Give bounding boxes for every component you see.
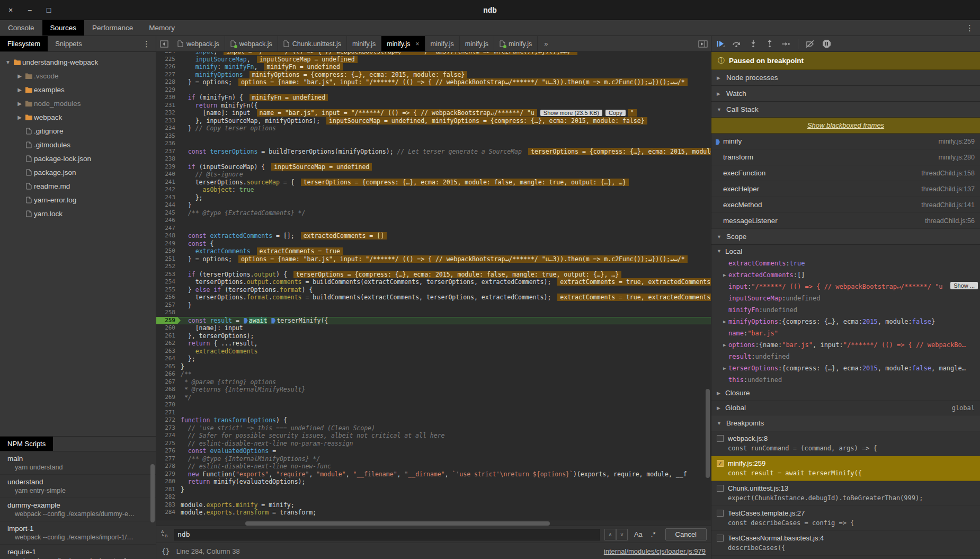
line-number[interactable]: 252 [156,263,181,271]
scope-var-terserOptions[interactable]: ▶terserOptions: {compress: {…}, ecma: 20… [711,362,980,374]
line-number[interactable]: 283 [156,501,181,509]
line-number[interactable]: 260 [156,324,181,332]
code-line-282[interactable]: 282 [156,493,711,501]
code-line-243[interactable]: 243 }; [156,194,711,202]
code-line-264[interactable]: 264 }; [156,355,711,363]
line-number[interactable]: 272 [156,416,181,424]
step-into-button[interactable] [749,39,758,48]
breakpoint-checkbox[interactable] [717,510,724,517]
step-over-button[interactable] [732,39,741,48]
line-number[interactable]: 264 [156,355,181,363]
editor-tab-5-minify-js[interactable]: minify.js [425,36,460,51]
line-number[interactable]: 230 [156,94,181,102]
code-line-225[interactable]: 225 inputSourceMap,inputSourceMap = unde… [156,56,711,64]
tree-item-package-lock-json[interactable]: package-lock.json [0,152,156,165]
code-line-280[interactable]: 280 return minify(evaluatedOptions); [156,478,711,486]
code-line-281[interactable]: 281} [156,486,711,494]
line-number[interactable]: 281 [156,486,181,494]
line-number[interactable]: 235 [156,132,181,140]
sidebar-tab-filesystem[interactable]: Filesystem [0,36,48,51]
npm-script-understand[interactable]: understandyarn entry-simple [0,475,156,498]
code-line-252[interactable]: 252 [156,263,711,271]
tree-item--vscode[interactable]: ▶.vscode [0,69,156,83]
tree-item-yarn-error-log[interactable]: yarn-error.log [0,193,156,207]
line-number[interactable]: 232 [156,109,181,117]
line-number[interactable]: 231 [156,102,181,110]
code-line-269[interactable]: 269 */ [156,394,711,402]
code-line-259[interactable]: 259 const result = await terserMinify({ [156,317,711,325]
tree-item-package-json[interactable]: package.json [0,165,156,179]
code-line-274[interactable]: 274 // Safer for possible security issue… [156,432,711,440]
line-number[interactable]: 261 [156,332,181,340]
code-line-235[interactable]: 235 [156,132,711,140]
line-number[interactable]: 265 [156,363,181,371]
line-number[interactable]: 262 [156,340,181,348]
code-line-250[interactable]: 250 extractCommentsextractComments = tru… [156,247,711,255]
code-line-246[interactable]: 246 [156,217,711,225]
line-number[interactable]: 273 [156,424,181,432]
line-number[interactable]: 276 [156,447,181,455]
code-line-249[interactable]: 249 const { [156,240,711,248]
line-number[interactable]: 271 [156,409,181,417]
loader-file-link[interactable]: internal/modules/cjs/loader.js:979 [604,547,706,555]
scope-local-header[interactable]: ▼ Local [711,245,980,258]
line-number[interactable]: 279 [156,471,181,478]
find-replace-icon[interactable]: AB [161,529,170,540]
scope-var-result[interactable]: result: undefined [711,351,980,362]
editor-tab-3-minify-js[interactable]: minify.js [347,36,381,51]
line-number[interactable]: 253 [156,271,181,279]
regex-button[interactable]: .* [649,530,658,538]
code-line-237[interactable]: 237 const terserOptions = buildTerserOpt… [156,148,711,156]
line-number[interactable]: 266 [156,370,181,378]
code-line-262[interactable]: 262 return { ...result, [156,340,711,348]
call-stack-frame-minify[interactable]: minifyminify.js:259 [711,134,980,149]
tab-overflow-chevrons[interactable]: » [538,36,554,51]
main-menu-kebab-icon[interactable]: ⋮ [960,20,979,36]
pause-on-exceptions-button[interactable] [822,39,831,48]
toggle-debugger-pane-icon[interactable] [698,36,708,52]
editor-vertical-scrollbar[interactable] [706,389,710,478]
breakpoint-webpack-js-8[interactable]: webpack.js:8const runCommand = (command,… [711,431,980,456]
code-line-263[interactable]: 263 extractedComments [156,348,711,356]
code-line-233[interactable]: 233 }, inputSourceMap, minifyOptions);in… [156,117,711,125]
editor-tab-4-minify-js[interactable]: minify.js× [381,36,425,51]
match-case-button[interactable]: Aa [632,530,645,538]
find-input[interactable] [174,529,600,540]
tree-item--gitignore[interactable]: .gitignore [0,124,156,138]
show-blackboxed-frames-link[interactable]: Show blackboxed frames [711,118,980,134]
scope-global-header[interactable]: ▶ Global global [711,401,980,415]
section-watch[interactable]: ▶ Watch [711,86,980,102]
code-line-229[interactable]: 229 [156,86,711,94]
code-line-265[interactable]: 265} [156,363,711,371]
code-line-279[interactable]: 279 new Function("exports", "require", "… [156,471,711,478]
npm-script-dummy-example[interactable]: dummy-examplewebpack --config ./examples… [0,498,156,521]
line-number[interactable]: 245 [156,209,181,217]
code-line-240[interactable]: 240 // @ts-ignore [156,171,711,179]
code-line-230[interactable]: 230 if (minifyFn) {minifyFn = undefined [156,94,711,102]
code-line-227[interactable]: 227 minifyOptionsminifyOptions = {compre… [156,71,711,79]
npm-scrollbar[interactable] [150,464,155,522]
code-line-232[interactable]: 232 [name]: inputname = "bar.js", input … [156,109,711,117]
call-stack-frame-transform[interactable]: transformminify.js:280 [711,149,980,165]
scope-var-options[interactable]: ▶options: {name: "bar.js", input: "/****… [711,339,980,351]
code-line-238[interactable]: 238 [156,155,711,163]
line-number[interactable]: 258 [156,309,181,317]
breakpoint-checkbox[interactable]: ✓ [717,460,724,467]
section-node-processes[interactable]: ▶ Node processes [711,70,980,86]
code-line-244[interactable]: 244 } [156,201,711,209]
breakpoint-Chunk-unittest-js-13[interactable]: Chunk.unittest.js:13expect(ChunkInstance… [711,481,980,506]
line-number[interactable]: 241 [156,179,181,187]
code-line-242[interactable]: 242 asObject: true [156,186,711,194]
code-line-273[interactable]: 273 // 'use strict' => this === undefine… [156,424,711,432]
code-line-278[interactable]: 278 // eslint-disable-next-line no-new-f… [156,463,711,471]
chevron-right-icon[interactable]: ▶ [16,101,23,107]
show-more-button[interactable]: Show more (23.5 KB) [540,110,602,116]
line-number[interactable]: 257 [156,301,181,309]
scope-var-extractComments[interactable]: extractComments: true [711,258,980,269]
step-button[interactable] [781,39,790,48]
line-number[interactable]: 280 [156,478,181,486]
line-number[interactable]: 228 [156,78,181,86]
code-line-247[interactable]: 247 [156,225,711,233]
scope-var-inputSourceMap[interactable]: inputSourceMap: undefined [711,292,980,304]
line-number[interactable]: 254 [156,278,181,286]
